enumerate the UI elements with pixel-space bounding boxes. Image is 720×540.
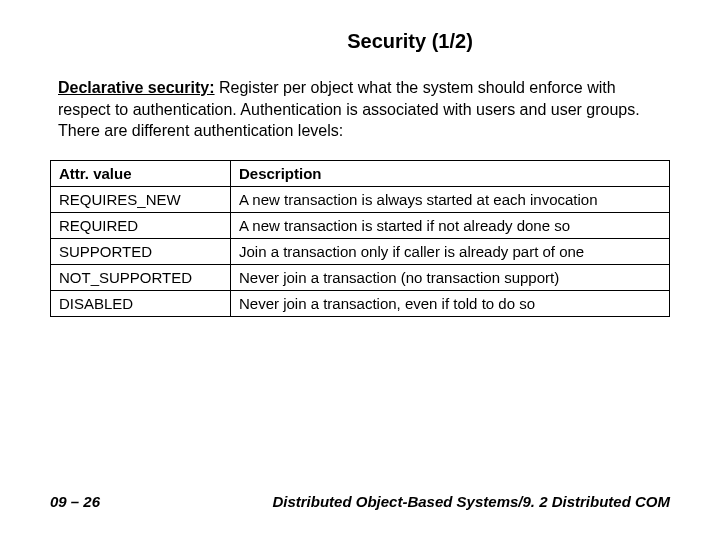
cell-desc: Join a transaction only if caller is alr… [231,238,670,264]
footer-section: Distributed Object-Based Systems/9. 2 Di… [272,493,670,510]
cell-attr: NOT_SUPPORTED [51,264,231,290]
intro-paragraph: Declarative security: Register per objec… [50,77,670,142]
cell-attr: REQUIRES_NEW [51,186,231,212]
table-header-row: Attr. value Description [51,160,670,186]
header-desc: Description [231,160,670,186]
table-row: REQUIRED A new transaction is started if… [51,212,670,238]
cell-desc: Never join a transaction, even if told t… [231,290,670,316]
cell-desc: A new transaction is started if not alre… [231,212,670,238]
footer-page-number: 09 – 26 [50,493,100,510]
footer: 09 – 26 Distributed Object-Based Systems… [50,493,670,510]
table-row: NOT_SUPPORTED Never join a transaction (… [51,264,670,290]
slide-title: Security (1/2) [50,30,670,53]
attributes-table: Attr. value Description REQUIRES_NEW A n… [50,160,670,317]
table-row: DISABLED Never join a transaction, even … [51,290,670,316]
cell-attr: REQUIRED [51,212,231,238]
intro-lead: Declarative security: [58,79,215,96]
cell-attr: DISABLED [51,290,231,316]
header-attr: Attr. value [51,160,231,186]
table-row: SUPPORTED Join a transaction only if cal… [51,238,670,264]
cell-attr: SUPPORTED [51,238,231,264]
cell-desc: A new transaction is always started at e… [231,186,670,212]
cell-desc: Never join a transaction (no transaction… [231,264,670,290]
table-row: REQUIRES_NEW A new transaction is always… [51,186,670,212]
